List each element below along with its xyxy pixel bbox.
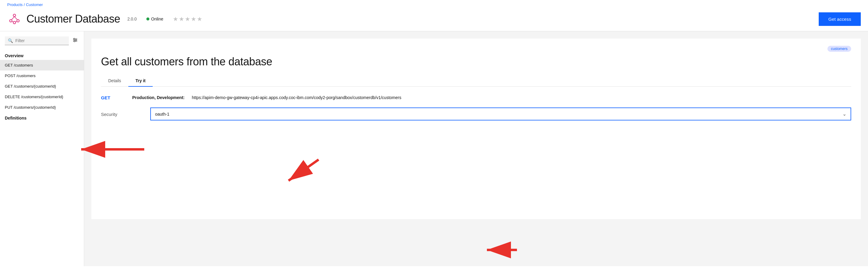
sidebar: 🔍 Overview GET /customers [0,31,84,266]
star-3[interactable]: ★ [185,16,190,23]
star-2[interactable]: ★ [179,16,184,23]
svg-point-0 [13,14,16,17]
header: Products / Customer [0,0,868,31]
sidebar-item-put-customer-id[interactable]: PUT /customers/{customerId} [0,102,84,113]
svg-point-13 [74,40,75,42]
status-dot [146,18,149,21]
tag-customers: customers [828,46,851,52]
sidebar-item-delete-customer-id[interactable]: DELETE /customers/{customerId} [0,91,84,102]
chevron-down-icon: ⌄ [842,111,846,117]
star-rating[interactable]: ★ ★ ★ ★ ★ [173,16,202,23]
page-title: Customer Database [26,12,120,25]
get-access-button[interactable]: Get access [819,12,861,26]
content-top-right: customers [101,46,851,52]
security-row: Security oauth-1 oauth-2 api-key ⌄ [101,108,851,120]
star-5[interactable]: ★ [197,16,202,23]
sidebar-item-put-customer-id-label: PUT /customers/{customerId} [5,105,56,110]
definitions-section-label: Definitions [0,113,84,122]
tab-try-it[interactable]: Try it [128,75,153,87]
method-row: GET Production, Development: https://api… [101,95,851,100]
breadcrumb-customer-link[interactable]: Customer [26,2,43,7]
breadcrumb-products-link[interactable]: Products [7,2,23,7]
tab-details[interactable]: Details [101,75,128,87]
main-layout: 🔍 Overview GET /customers [0,31,868,266]
security-label: Security [101,111,143,117]
svg-line-4 [11,17,14,20]
main-content: customers Get all customers from the dat… [84,31,868,266]
sidebar-item-delete-customer-id-label: DELETE /customers/{customerId} [5,94,63,99]
sidebar-item-post-customers[interactable]: POST /customers [0,71,84,81]
header-left: Customer Database 2.0.0 Online ★ ★ ★ ★ ★ [7,12,202,26]
status-indicator: Online [146,17,163,21]
overview-section-label: Overview [0,50,84,60]
http-method: GET [101,95,125,100]
star-1[interactable]: ★ [173,16,178,23]
sidebar-filter-area: 🔍 [0,36,84,50]
filter-input-wrap[interactable]: 🔍 [5,36,69,45]
product-logo [7,12,22,26]
status-label: Online [151,17,163,21]
security-select[interactable]: oauth-1 oauth-2 api-key [155,112,842,116]
version-badge: 2.0.0 [127,17,137,21]
tabs: Details Try it [101,75,851,87]
star-4[interactable]: ★ [191,16,196,23]
content-inner: customers Get all customers from the dat… [91,38,861,219]
sidebar-item-get-customers[interactable]: GET /customers [0,60,84,71]
filter-settings-button[interactable] [71,36,79,46]
sidebar-item-post-customers-label: POST /customers [5,74,35,78]
endpoint-details: Production, Development: https://apim-de… [132,95,851,100]
endpoint-env-label: Production, Development: [132,95,185,100]
breadcrumb: Products / Customer [7,0,861,8]
security-select-wrap[interactable]: oauth-1 oauth-2 api-key ⌄ [150,108,851,120]
page-wrapper: Products / Customer [0,0,868,266]
svg-point-12 [75,39,76,40]
content-heading: Get all customers from the database [101,55,851,68]
svg-line-5 [14,17,18,20]
svg-point-11 [74,38,75,39]
sidebar-item-get-customer-id-label: GET /customers/{customerId} [5,84,56,88]
try-it-section: GET Production, Development: https://api… [101,95,851,120]
sidebar-item-get-customer-id[interactable]: GET /customers/{customerId} [0,81,84,91]
filter-input[interactable] [15,38,66,43]
sidebar-item-get-customers-label: GET /customers [5,63,33,67]
header-main: Customer Database 2.0.0 Online ★ ★ ★ ★ ★… [7,8,861,31]
search-icon: 🔍 [8,38,13,43]
endpoint-url: https://apim-demo-gw-gateway-cp4i-apic.a… [192,95,401,100]
breadcrumb-separator: / [24,2,25,7]
